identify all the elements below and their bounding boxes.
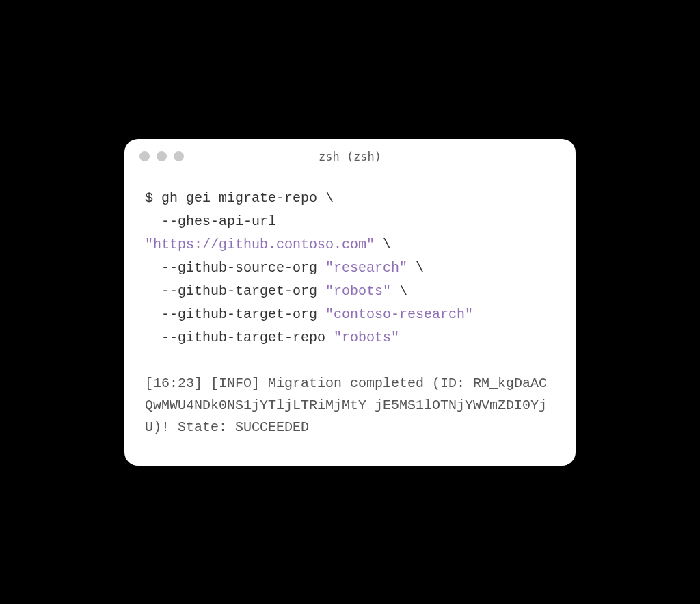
cmd-value: "contoso-research" bbox=[325, 306, 473, 322]
cmd-indent bbox=[145, 306, 161, 322]
cmd-flag: --github-target-repo bbox=[161, 330, 334, 345]
terminal-body[interactable]: $ gh gei migrate-repo \ --ghes-api-url "… bbox=[124, 174, 576, 466]
cmd-flag: --github-source-org bbox=[161, 260, 325, 276]
traffic-lights bbox=[139, 151, 184, 161]
cmd-flag: --github-target-org bbox=[161, 306, 325, 322]
cmd-value: "research" bbox=[325, 260, 407, 276]
minimize-icon[interactable] bbox=[157, 151, 167, 161]
cmd-value: "robots" bbox=[334, 330, 399, 345]
cmd-value: "https://github.contoso.com" bbox=[145, 237, 375, 252]
command-name: gh gei migrate-repo bbox=[161, 190, 317, 206]
cmd-value: "robots" bbox=[325, 283, 391, 299]
command-block: $ gh gei migrate-repo \ --ghes-api-url "… bbox=[145, 187, 555, 350]
close-icon[interactable] bbox=[139, 151, 150, 161]
output-block: [16:23] [INFO] Migration completed (ID: … bbox=[145, 373, 555, 438]
prompt-symbol: $ bbox=[145, 190, 161, 206]
cmd-indent bbox=[145, 283, 161, 299]
maximize-icon[interactable] bbox=[174, 151, 184, 161]
line-continuation: \ bbox=[375, 237, 391, 252]
terminal-window: zsh (zsh) $ gh gei migrate-repo \ --ghes… bbox=[124, 139, 576, 466]
cmd-indent bbox=[145, 213, 161, 229]
cmd-flag: --ghes-api-url bbox=[161, 213, 276, 229]
cmd-indent bbox=[145, 260, 161, 276]
line-continuation: \ bbox=[407, 260, 424, 276]
line-continuation: \ bbox=[391, 283, 407, 299]
line-continuation: \ bbox=[317, 190, 334, 206]
cmd-flag: --github-target-org bbox=[161, 283, 325, 299]
window-titlebar: zsh (zsh) bbox=[124, 139, 576, 174]
cmd-indent bbox=[145, 330, 161, 345]
window-title: zsh (zsh) bbox=[139, 150, 561, 163]
